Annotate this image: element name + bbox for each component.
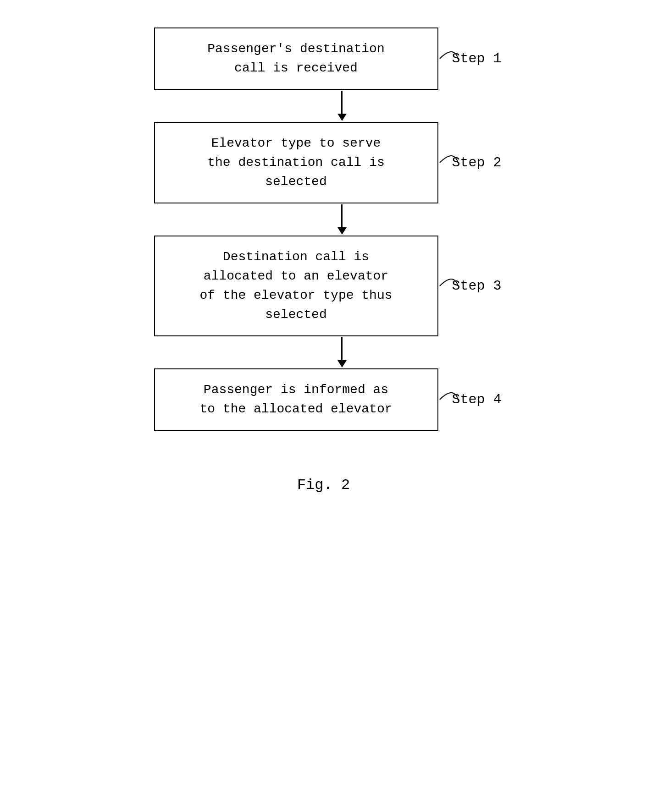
step4-text-line1: Passenger is informed as bbox=[199, 380, 392, 400]
step3-box: Destination call is allocated to an elev… bbox=[154, 236, 438, 336]
step2-box: Elevator type to serve the destination c… bbox=[154, 122, 438, 203]
step4-text-line2: to the allocated elevator bbox=[199, 400, 392, 419]
arrow1 bbox=[200, 90, 484, 122]
step2-text-line2: the destination call is bbox=[207, 153, 384, 172]
step1-bracket-icon bbox=[435, 40, 463, 77]
step4-bracket-icon bbox=[435, 381, 463, 418]
step3-text-line1: Destination call is bbox=[199, 247, 392, 267]
diagram-container: Passenger's destination call is received… bbox=[117, 27, 530, 494]
step1-row: Passenger's destination call is received… bbox=[117, 27, 530, 90]
arrow1-icon bbox=[337, 91, 347, 121]
step4-row: Passenger is informed as to the allocate… bbox=[117, 368, 530, 431]
step3-text-line2: allocated to an elevator bbox=[199, 267, 392, 286]
step3-text-line4: selected bbox=[199, 305, 392, 324]
step4-box: Passenger is informed as to the allocate… bbox=[154, 368, 438, 431]
figure-caption: Fig. 2 bbox=[297, 477, 350, 494]
step1-box: Passenger's destination call is received bbox=[154, 27, 438, 90]
step1-text-line1: Passenger's destination bbox=[207, 39, 384, 59]
arrow2-icon bbox=[337, 204, 347, 235]
step2-text-line1: Elevator type to serve bbox=[207, 134, 384, 153]
step1-text-line2: call is received bbox=[207, 59, 384, 78]
step3-bracket-icon bbox=[435, 268, 463, 304]
step2-bracket-icon bbox=[435, 144, 463, 181]
step2-text-line3: selected bbox=[207, 172, 384, 192]
step3-row: Destination call is allocated to an elev… bbox=[117, 236, 530, 336]
step2-row: Elevator type to serve the destination c… bbox=[117, 122, 530, 203]
step3-text-line3: of the elevator type thus bbox=[199, 286, 392, 305]
arrow3-icon bbox=[337, 337, 347, 368]
arrow2 bbox=[200, 203, 484, 236]
arrow3 bbox=[200, 336, 484, 368]
